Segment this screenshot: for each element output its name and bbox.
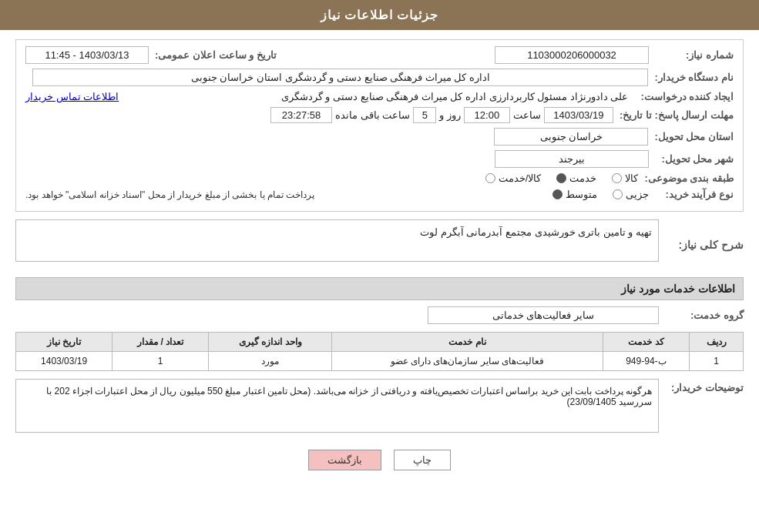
creator-contact-link[interactable]: اطلاعات تماس خریدار xyxy=(25,91,119,102)
purchase-note: پرداخت تمام یا بخشی از مبلغ خریدار از مح… xyxy=(25,189,314,200)
table-row: 1ب-94-949فعالیت‌های سایر سازمان‌های دارا… xyxy=(16,352,744,371)
purchase-option-motavaset: متوسط xyxy=(552,189,597,200)
print-button[interactable]: چاپ xyxy=(394,450,451,470)
creator-label: ایجاد کننده درخواست: xyxy=(634,91,734,102)
category-kala-khedmat-label: کالا/خدمت xyxy=(499,172,542,184)
services-table-section: ردیف کد خدمت نام خدمت واحد اندازه گیری ت… xyxy=(15,332,744,371)
col-name: نام خدمت xyxy=(332,333,603,352)
creator-row: ایجاد کننده درخواست: علی دادورنژاد مسئول… xyxy=(25,91,734,102)
service-group-value: سایر فعالیت‌های خدماتی xyxy=(428,306,659,324)
deadline-time: 12:00 xyxy=(464,107,510,123)
announcement-label: تاریخ و ساعت اعلان عمومی: xyxy=(149,49,277,61)
category-khedmat-label: خدمت xyxy=(569,172,596,184)
services-table: ردیف کد خدمت نام خدمت واحد اندازه گیری ت… xyxy=(15,332,744,371)
city-row: شهر محل تحویل: بیرجند xyxy=(25,150,734,168)
table-cell-unit: مورد xyxy=(209,352,332,371)
province-value: خراسان جنوبی xyxy=(494,128,648,146)
desc-label: شرح کلی نیاز: xyxy=(659,239,744,251)
desc-value: تهیه و تامین باتری خورشیدی مجتمع آبدرمان… xyxy=(15,219,659,262)
deadline-row: مهلت ارسال پاسخ: تا تاریخ: 1403/03/19 سا… xyxy=(25,107,734,123)
category-row: طبقه بندی موضوعی: کالا/خدمت خدمت کالا xyxy=(25,172,734,184)
table-cell-code: ب-94-949 xyxy=(603,352,690,371)
purchase-radio-group: متوسط جزیی xyxy=(552,189,649,200)
purchase-motavaset-label: متوسط xyxy=(566,189,597,200)
deadline-date: 1403/03/19 xyxy=(544,107,613,123)
category-option-khedmat: خدمت xyxy=(556,172,596,184)
buyer-value: اداره کل میراث فرهنگی صنایع دستی و گردشگ… xyxy=(32,69,648,86)
table-cell-quantity: 1 xyxy=(113,352,209,371)
province-row: استان محل تحویل: خراسان جنوبی xyxy=(25,128,734,146)
col-qty: تعداد / مقدار xyxy=(113,333,209,352)
city-value: بیرجند xyxy=(495,150,649,168)
desc-row: شرح کلی نیاز: تهیه و تامین باتری خورشیدی… xyxy=(15,219,744,269)
buyer-notes-value: هرگونه پرداخت بابت این خرید براساس اعتبا… xyxy=(15,379,659,433)
page-wrapper: جزئیات اطلاعات نیاز شماره نیاز: 11030002… xyxy=(0,0,759,532)
deadline-days: 5 xyxy=(413,107,436,123)
main-info-section: شماره نیاز: 1103000206000032 تاریخ و ساع… xyxy=(15,39,744,212)
table-cell-name: فعالیت‌های سایر سازمان‌های دارای عضو xyxy=(332,352,603,371)
need-number-label: شماره نیاز: xyxy=(649,49,734,61)
category-radio-group: کالا/خدمت خدمت کالا xyxy=(485,172,639,184)
buyer-label: نام دستگاه خریدار: xyxy=(648,72,734,83)
purchase-jozii-radio[interactable] xyxy=(613,189,623,199)
category-label: طبقه بندی موضوعی: xyxy=(638,172,734,184)
bottom-buttons: چاپ بازگشت xyxy=(15,440,744,480)
category-kala-khedmat-radio[interactable] xyxy=(485,173,495,183)
buyer-notes-row: توضیحات خریدار: هرگونه پرداخت بابت این خ… xyxy=(15,379,744,433)
back-button[interactable]: بازگشت xyxy=(308,450,381,470)
purchase-motavaset-radio[interactable] xyxy=(552,189,563,199)
buyer-notes-label: توضیحات خریدار: xyxy=(659,379,744,393)
category-kala-radio[interactable] xyxy=(612,173,622,183)
table-cell-date: 1403/03/19 xyxy=(16,352,113,371)
announcement-value: 1403/03/13 - 11:45 xyxy=(25,46,149,64)
category-khedmat-radio[interactable] xyxy=(556,173,566,183)
deadline-remaining: 23:27:58 xyxy=(270,107,332,123)
col-row: ردیف xyxy=(690,333,744,352)
deadline-remaining-label: ساعت باقی مانده xyxy=(332,109,413,121)
buyer-row: نام دستگاه خریدار: اداره کل میراث فرهنگی… xyxy=(25,69,734,86)
purchase-option-jozii: جزیی xyxy=(613,189,649,200)
purchase-jozii-label: جزیی xyxy=(626,189,649,200)
purchase-type-label: نوع فرآیند خرید: xyxy=(649,189,734,200)
need-number-value: 1103000206000032 xyxy=(495,46,649,64)
province-label: استان محل تحویل: xyxy=(648,131,734,142)
col-date: تاریخ نیاز xyxy=(16,333,113,352)
category-kala-label: کالا xyxy=(625,172,638,184)
page-header: جزئیات اطلاعات نیاز xyxy=(0,0,759,30)
table-cell-row: 1 xyxy=(690,352,744,371)
table-body: 1ب-94-949فعالیت‌های سایر سازمان‌های دارا… xyxy=(16,352,744,371)
deadline-days-label: روز و xyxy=(436,109,464,121)
col-code: کد خدمت xyxy=(603,333,690,352)
services-section-title: اطلاعات خدمات مورد نیاز xyxy=(15,277,744,300)
deadline-label: مهلت ارسال پاسخ: تا تاریخ: xyxy=(613,109,734,121)
need-number-row: شماره نیاز: 1103000206000032 تاریخ و ساع… xyxy=(25,46,734,64)
category-option-kala: کالا xyxy=(612,172,638,184)
purchase-type-row: نوع فرآیند خرید: متوسط جزیی پرداخت تمام … xyxy=(25,189,734,200)
creator-value: علی دادورنژاد مسئول کاربردارزی اداره کل … xyxy=(119,91,634,102)
service-group-label: گروه خدمت: xyxy=(659,309,744,321)
city-label: شهر محل تحویل: xyxy=(649,153,734,165)
content-area: شماره نیاز: 1103000206000032 تاریخ و ساع… xyxy=(0,30,759,489)
table-header: ردیف کد خدمت نام خدمت واحد اندازه گیری ت… xyxy=(16,333,744,352)
deadline-time-label: ساعت xyxy=(510,109,544,121)
col-unit: واحد اندازه گیری xyxy=(209,333,332,352)
category-option-kala-khedmat: کالا/خدمت xyxy=(485,172,542,184)
page-title: جزئیات اطلاعات نیاز xyxy=(321,8,439,22)
service-group-row: گروه خدمت: سایر فعالیت‌های خدماتی xyxy=(15,306,744,324)
